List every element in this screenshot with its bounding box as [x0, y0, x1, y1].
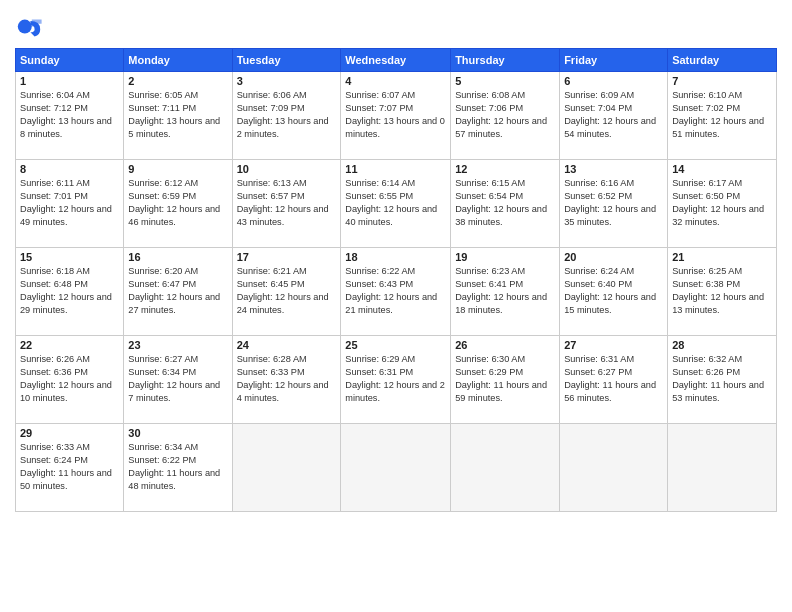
- day-detail: Sunrise: 6:28 AMSunset: 6:33 PMDaylight:…: [237, 354, 329, 403]
- day-number: 11: [345, 163, 446, 175]
- calendar-week-2: 8 Sunrise: 6:11 AMSunset: 7:01 PMDayligh…: [16, 160, 777, 248]
- day-detail: Sunrise: 6:11 AMSunset: 7:01 PMDaylight:…: [20, 178, 112, 227]
- page-container: SundayMondayTuesdayWednesdayThursdayFrid…: [0, 0, 792, 522]
- day-number: 4: [345, 75, 446, 87]
- day-detail: Sunrise: 6:30 AMSunset: 6:29 PMDaylight:…: [455, 354, 547, 403]
- day-number: 9: [128, 163, 227, 175]
- calendar-cell: 4 Sunrise: 6:07 AMSunset: 7:07 PMDayligh…: [341, 72, 451, 160]
- day-detail: Sunrise: 6:09 AMSunset: 7:04 PMDaylight:…: [564, 90, 656, 139]
- day-number: 25: [345, 339, 446, 351]
- calendar-week-3: 15 Sunrise: 6:18 AMSunset: 6:48 PMDaylig…: [16, 248, 777, 336]
- weekday-sunday: Sunday: [16, 49, 124, 72]
- weekday-wednesday: Wednesday: [341, 49, 451, 72]
- calendar-cell: 15 Sunrise: 6:18 AMSunset: 6:48 PMDaylig…: [16, 248, 124, 336]
- day-detail: Sunrise: 6:16 AMSunset: 6:52 PMDaylight:…: [564, 178, 656, 227]
- day-number: 27: [564, 339, 663, 351]
- day-detail: Sunrise: 6:23 AMSunset: 6:41 PMDaylight:…: [455, 266, 547, 315]
- calendar-cell: 14 Sunrise: 6:17 AMSunset: 6:50 PMDaylig…: [668, 160, 777, 248]
- day-number: 6: [564, 75, 663, 87]
- weekday-tuesday: Tuesday: [232, 49, 341, 72]
- day-detail: Sunrise: 6:20 AMSunset: 6:47 PMDaylight:…: [128, 266, 220, 315]
- day-detail: Sunrise: 6:05 AMSunset: 7:11 PMDaylight:…: [128, 90, 220, 139]
- calendar-week-5: 29 Sunrise: 6:33 AMSunset: 6:24 PMDaylig…: [16, 424, 777, 512]
- calendar-cell: 10 Sunrise: 6:13 AMSunset: 6:57 PMDaylig…: [232, 160, 341, 248]
- day-number: 22: [20, 339, 119, 351]
- calendar-cell: 1 Sunrise: 6:04 AMSunset: 7:12 PMDayligh…: [16, 72, 124, 160]
- day-detail: Sunrise: 6:04 AMSunset: 7:12 PMDaylight:…: [20, 90, 112, 139]
- logo: [15, 14, 47, 42]
- calendar-cell: 9 Sunrise: 6:12 AMSunset: 6:59 PMDayligh…: [124, 160, 232, 248]
- calendar-cell: 25 Sunrise: 6:29 AMSunset: 6:31 PMDaylig…: [341, 336, 451, 424]
- day-number: 19: [455, 251, 555, 263]
- svg-point-0: [18, 20, 32, 34]
- calendar-cell: 2 Sunrise: 6:05 AMSunset: 7:11 PMDayligh…: [124, 72, 232, 160]
- day-detail: Sunrise: 6:10 AMSunset: 7:02 PMDaylight:…: [672, 90, 764, 139]
- calendar-cell: 3 Sunrise: 6:06 AMSunset: 7:09 PMDayligh…: [232, 72, 341, 160]
- day-number: 16: [128, 251, 227, 263]
- calendar-cell: 13 Sunrise: 6:16 AMSunset: 6:52 PMDaylig…: [560, 160, 668, 248]
- calendar-cell: 28 Sunrise: 6:32 AMSunset: 6:26 PMDaylig…: [668, 336, 777, 424]
- day-number: 7: [672, 75, 772, 87]
- day-number: 29: [20, 427, 119, 439]
- day-detail: Sunrise: 6:22 AMSunset: 6:43 PMDaylight:…: [345, 266, 437, 315]
- calendar-cell: 27 Sunrise: 6:31 AMSunset: 6:27 PMDaylig…: [560, 336, 668, 424]
- calendar-cell: 5 Sunrise: 6:08 AMSunset: 7:06 PMDayligh…: [451, 72, 560, 160]
- day-number: 24: [237, 339, 337, 351]
- calendar-cell: 21 Sunrise: 6:25 AMSunset: 6:38 PMDaylig…: [668, 248, 777, 336]
- day-detail: Sunrise: 6:06 AMSunset: 7:09 PMDaylight:…: [237, 90, 329, 139]
- calendar-cell: 6 Sunrise: 6:09 AMSunset: 7:04 PMDayligh…: [560, 72, 668, 160]
- day-detail: Sunrise: 6:25 AMSunset: 6:38 PMDaylight:…: [672, 266, 764, 315]
- day-number: 10: [237, 163, 337, 175]
- day-number: 2: [128, 75, 227, 87]
- day-detail: Sunrise: 6:07 AMSunset: 7:07 PMDaylight:…: [345, 90, 445, 139]
- weekday-friday: Friday: [560, 49, 668, 72]
- day-detail: Sunrise: 6:29 AMSunset: 6:31 PMDaylight:…: [345, 354, 445, 403]
- day-detail: Sunrise: 6:24 AMSunset: 6:40 PMDaylight:…: [564, 266, 656, 315]
- calendar-cell: 16 Sunrise: 6:20 AMSunset: 6:47 PMDaylig…: [124, 248, 232, 336]
- header: [15, 10, 777, 42]
- day-number: 13: [564, 163, 663, 175]
- calendar-cell: 30 Sunrise: 6:34 AMSunset: 6:22 PMDaylig…: [124, 424, 232, 512]
- day-number: 5: [455, 75, 555, 87]
- day-number: 15: [20, 251, 119, 263]
- day-detail: Sunrise: 6:27 AMSunset: 6:34 PMDaylight:…: [128, 354, 220, 403]
- calendar-cell: 17 Sunrise: 6:21 AMSunset: 6:45 PMDaylig…: [232, 248, 341, 336]
- day-detail: Sunrise: 6:13 AMSunset: 6:57 PMDaylight:…: [237, 178, 329, 227]
- calendar-cell: [451, 424, 560, 512]
- day-number: 18: [345, 251, 446, 263]
- day-detail: Sunrise: 6:26 AMSunset: 6:36 PMDaylight:…: [20, 354, 112, 403]
- calendar-week-4: 22 Sunrise: 6:26 AMSunset: 6:36 PMDaylig…: [16, 336, 777, 424]
- weekday-thursday: Thursday: [451, 49, 560, 72]
- calendar-cell: [341, 424, 451, 512]
- day-number: 30: [128, 427, 227, 439]
- calendar-cell: [560, 424, 668, 512]
- calendar-cell: 22 Sunrise: 6:26 AMSunset: 6:36 PMDaylig…: [16, 336, 124, 424]
- calendar-header: SundayMondayTuesdayWednesdayThursdayFrid…: [16, 49, 777, 72]
- calendar-cell: [232, 424, 341, 512]
- day-detail: Sunrise: 6:18 AMSunset: 6:48 PMDaylight:…: [20, 266, 112, 315]
- day-detail: Sunrise: 6:34 AMSunset: 6:22 PMDaylight:…: [128, 442, 220, 491]
- day-number: 14: [672, 163, 772, 175]
- calendar-cell: 23 Sunrise: 6:27 AMSunset: 6:34 PMDaylig…: [124, 336, 232, 424]
- calendar-cell: 26 Sunrise: 6:30 AMSunset: 6:29 PMDaylig…: [451, 336, 560, 424]
- day-number: 12: [455, 163, 555, 175]
- day-detail: Sunrise: 6:21 AMSunset: 6:45 PMDaylight:…: [237, 266, 329, 315]
- weekday-saturday: Saturday: [668, 49, 777, 72]
- day-number: 20: [564, 251, 663, 263]
- calendar-cell: 11 Sunrise: 6:14 AMSunset: 6:55 PMDaylig…: [341, 160, 451, 248]
- day-number: 26: [455, 339, 555, 351]
- calendar-cell: [668, 424, 777, 512]
- day-detail: Sunrise: 6:33 AMSunset: 6:24 PMDaylight:…: [20, 442, 112, 491]
- day-number: 21: [672, 251, 772, 263]
- day-detail: Sunrise: 6:32 AMSunset: 6:26 PMDaylight:…: [672, 354, 764, 403]
- calendar-cell: 8 Sunrise: 6:11 AMSunset: 7:01 PMDayligh…: [16, 160, 124, 248]
- day-number: 23: [128, 339, 227, 351]
- calendar-cell: 29 Sunrise: 6:33 AMSunset: 6:24 PMDaylig…: [16, 424, 124, 512]
- calendar-table: SundayMondayTuesdayWednesdayThursdayFrid…: [15, 48, 777, 512]
- calendar-cell: 24 Sunrise: 6:28 AMSunset: 6:33 PMDaylig…: [232, 336, 341, 424]
- calendar-cell: 12 Sunrise: 6:15 AMSunset: 6:54 PMDaylig…: [451, 160, 560, 248]
- calendar-cell: 20 Sunrise: 6:24 AMSunset: 6:40 PMDaylig…: [560, 248, 668, 336]
- calendar-cell: 19 Sunrise: 6:23 AMSunset: 6:41 PMDaylig…: [451, 248, 560, 336]
- logo-icon: [15, 14, 43, 42]
- day-number: 3: [237, 75, 337, 87]
